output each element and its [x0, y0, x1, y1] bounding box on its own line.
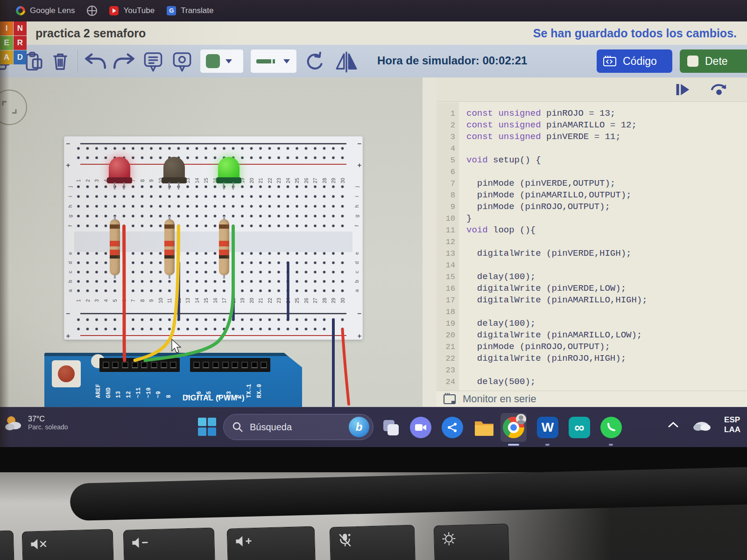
digital-header-left[interactable] [99, 358, 180, 372]
code-line-7: 7 pinMode (pinVERDE,OUTPUT); [437, 178, 747, 189]
digital-header-right[interactable] [190, 358, 270, 372]
component-label-icon[interactable] [172, 51, 192, 74]
onedrive-cloud-icon[interactable] [691, 418, 712, 432]
code-editor[interactable]: 1const unsigned pinROJO = 13;2const unsi… [437, 102, 747, 391]
pin-label-9: ~9 [155, 373, 162, 398]
pin-label-3: ~3 [226, 373, 232, 398]
serial-monitor-label: Monitor en serie [463, 393, 536, 405]
svg-text:29: 29 [331, 178, 336, 183]
search-placeholder: Búsqueda [250, 422, 342, 433]
rotate-icon[interactable] [304, 51, 326, 73]
globe-favicon-icon[interactable] [87, 6, 97, 16]
svg-text:1: 1 [76, 179, 81, 182]
whatsapp-app[interactable] [599, 416, 623, 439]
svg-text:h: h [354, 205, 359, 208]
stop-simulation-button[interactable]: Dete [680, 49, 747, 73]
svg-text:11: 11 [167, 298, 172, 303]
video-camera-icon [410, 417, 431, 438]
resistor-green-led[interactable] [219, 219, 229, 275]
browser-tab-google-lens[interactable]: Google Lens [16, 6, 75, 15]
flip-mirror-icon[interactable] [334, 51, 359, 73]
undo-icon[interactable] [83, 51, 107, 71]
pin-socket[interactable] [122, 362, 128, 368]
bing-icon[interactable]: b [349, 417, 369, 437]
svg-text:b: b [354, 280, 359, 283]
pin-socket[interactable] [132, 362, 138, 368]
pin-socket[interactable] [161, 362, 167, 368]
svg-text:25: 25 [294, 298, 300, 303]
svg-text:23: 23 [276, 178, 282, 183]
taskbar-search[interactable]: Búsqueda b [223, 414, 374, 440]
pin-socket[interactable] [212, 362, 219, 368]
language-indicator[interactable]: ESP LAA [724, 415, 740, 434]
pin-socket[interactable] [112, 362, 119, 368]
pin-socket[interactable] [103, 362, 109, 368]
restart-simulation-icon[interactable] [710, 82, 728, 98]
arduino-app[interactable]: ∞ [568, 416, 591, 439]
pin-socket[interactable] [170, 362, 176, 368]
app-header: INERAD practica 2 semaforo Se han guarda… [0, 21, 747, 45]
pin-socket[interactable] [261, 362, 267, 368]
delete-icon[interactable] [50, 51, 70, 71]
word-app[interactable]: W [536, 416, 559, 439]
windows-taskbar: 37°C Parc. soleado Búsqueda b [0, 407, 747, 447]
weather-widget[interactable]: 37°C Parc. soleado [4, 413, 68, 433]
svg-text:2: 2 [85, 299, 91, 302]
file-explorer[interactable] [472, 416, 496, 439]
svg-text:2: 2 [85, 179, 91, 182]
led-red[interactable] [108, 157, 131, 190]
svg-text:+: + [358, 161, 362, 169]
led-legs [162, 182, 186, 190]
tinkercad-logo[interactable]: INERAD [0, 21, 27, 65]
start-button[interactable] [198, 418, 217, 436]
svg-text:20: 20 [249, 298, 254, 303]
pin-socket[interactable] [203, 362, 209, 368]
pin-label-8: 8 [166, 373, 172, 398]
serial-monitor-toggle[interactable]: Monitor en serie [437, 391, 747, 407]
svg-text:21: 21 [258, 178, 263, 183]
svg-text:i: i [354, 196, 359, 197]
quick-share-app[interactable] [441, 416, 464, 439]
pin-socket[interactable] [193, 362, 200, 368]
pin-socket[interactable] [232, 362, 238, 368]
wire-power-red[interactable] [343, 329, 349, 404]
led-legs [217, 182, 240, 190]
step-debug-icon[interactable] [675, 82, 691, 97]
system-tray: ESP LAA [667, 415, 740, 434]
svg-text:−: − [358, 309, 362, 317]
pin-socket[interactable] [141, 362, 148, 368]
task-view-button[interactable] [379, 416, 402, 439]
svg-text:+: + [66, 332, 70, 340]
pin-socket[interactable] [222, 362, 229, 368]
paste-icon[interactable] [24, 51, 44, 71]
resistor-red-led[interactable] [110, 219, 120, 275]
led-yellow-off[interactable] [162, 157, 186, 190]
led-green[interactable] [217, 157, 240, 190]
redo-icon[interactable] [112, 51, 136, 71]
video-call-app[interactable] [409, 416, 432, 439]
browser-tab-youtube[interactable]: YouTube [109, 6, 155, 15]
save-status: Se han guardado todos los cambios. [533, 27, 737, 40]
color-dropdown[interactable] [200, 49, 244, 73]
pin-socket[interactable] [241, 362, 248, 368]
pin-socket[interactable] [151, 362, 157, 368]
svg-text:28: 28 [322, 298, 327, 303]
chrome-icon [503, 417, 524, 438]
chrome-app[interactable] [500, 413, 527, 442]
circuit-canvas[interactable]: 1122334455667788991010111112121313141415… [0, 77, 437, 407]
zoom-to-fit-button[interactable] [0, 90, 27, 125]
svg-text:j: j [354, 186, 359, 188]
browser-tab-translate[interactable]: G Translate [167, 6, 213, 15]
pin-socket[interactable] [251, 362, 258, 368]
code-button[interactable]: Código [597, 49, 672, 73]
wire-style-dropdown[interactable] [250, 49, 297, 73]
reset-button[interactable] [52, 360, 81, 387]
svg-text:e: e [354, 252, 359, 255]
tray-chevron-up-icon[interactable] [667, 421, 679, 428]
notes-icon[interactable] [143, 51, 163, 74]
app-indicator-dot [609, 444, 613, 446]
code-line-21: 21 pinMode (pinROJO,OUTPUT); [437, 341, 747, 353]
document-title[interactable]: practica 2 semaforo [35, 27, 146, 40]
resistor-yellow-led[interactable] [164, 219, 175, 275]
arduino-board[interactable]: DIGITAL (PWM~) AREFGND1312~11~10~987~6~5… [44, 353, 302, 413]
